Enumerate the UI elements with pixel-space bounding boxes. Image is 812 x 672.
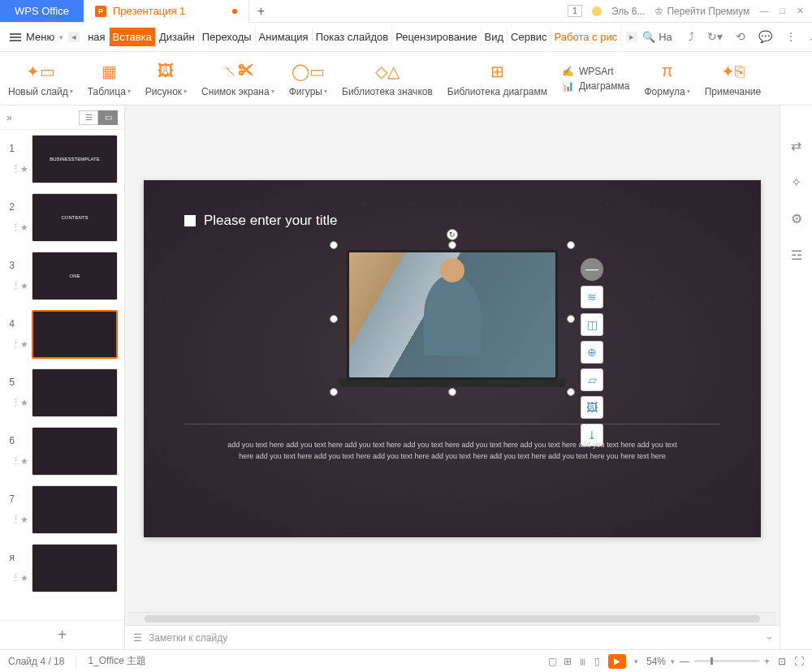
ribbon-tab-home[interactable]: ная [84, 28, 109, 46]
outline-view-button[interactable]: ☰ [79, 110, 98, 125]
thumbnail-row[interactable]: я⋮★ [5, 544, 119, 592]
crop-tool-button[interactable]: ◫ [581, 313, 603, 336]
slide-canvas[interactable]: Please enter your title ↻ [125, 106, 780, 612]
premium-button[interactable]: ♔ Перейти Премиум [654, 6, 749, 17]
screenshot-button[interactable]: ⟍✂ Снимок экрана▾ [201, 60, 274, 97]
document-tab[interactable]: P Презентация 1 [84, 0, 249, 23]
share-icon[interactable]: ⤴ [689, 30, 694, 45]
thumbnail-view-button[interactable]: ▭ [98, 110, 118, 125]
horizontal-scrollbar[interactable] [128, 612, 776, 625]
slide-counter: Слайд 4 / 18 [8, 656, 64, 667]
zoom-control[interactable]: 54% ▾ — + [646, 656, 770, 667]
add-slide-button[interactable]: + [0, 620, 124, 649]
remove-tool-button[interactable]: — [581, 258, 603, 281]
note-button[interactable]: ✦⎘ Примечание [705, 60, 761, 97]
fullscreen-button[interactable]: ⛶ [794, 656, 804, 667]
ribbon-tab-transitions[interactable]: Переходы [199, 28, 256, 46]
chart-button[interactable]: 📊Диаграмма [562, 80, 629, 92]
ribbon-tab-review[interactable]: Рецензирование [392, 28, 481, 46]
icon-library-button[interactable]: ◇△ Библиотека значков [342, 60, 433, 97]
history-icon[interactable]: ⟲ [736, 30, 745, 45]
properties-icon[interactable]: ☲ [791, 248, 802, 263]
handle-s[interactable] [448, 388, 456, 396]
diagram-library-button[interactable]: ⊞ Библиотека диаграмм [447, 60, 547, 97]
formula-button[interactable]: π Формула▾ [644, 60, 689, 97]
thumbnail-row[interactable]: 5⋮★ [5, 368, 119, 417]
comment-icon[interactable]: 💬 [758, 30, 772, 45]
shapes-button[interactable]: ◯▭ Фигуры▾ [289, 60, 327, 97]
handle-se[interactable] [567, 388, 575, 396]
presentation-icon: P [95, 6, 106, 17]
picture-button[interactable]: 🖼 Рисунок▾ [145, 60, 187, 97]
new-slide-button[interactable]: ✦▭ Новый слайд▾ [8, 60, 73, 97]
notes-view-icon[interactable]: ▯ [594, 656, 600, 667]
close-button[interactable]: ✕ [797, 6, 804, 16]
layers-tool-button[interactable]: ≋ [581, 286, 603, 308]
slide-body-text[interactable]: add you text here add you text here add … [225, 440, 680, 462]
chart-icon: 📊 [562, 80, 574, 92]
minimize-button[interactable]: — [759, 6, 768, 16]
zoom-in-button[interactable]: + [764, 656, 770, 667]
search-button[interactable]: 🔍 На [642, 31, 672, 43]
fit-window-button[interactable]: ⊡ [778, 656, 786, 667]
thumbnail-row[interactable]: 6⋮★ [5, 427, 119, 476]
zoom-tool-button[interactable]: ⊕ [581, 341, 603, 364]
sorter-view-icon[interactable]: ⊞ [564, 656, 572, 667]
selected-image[interactable]: ↻ — ≋ [339, 250, 566, 387]
new-tab-button[interactable]: + [249, 4, 272, 19]
tabs-scroll-right[interactable]: ▸ [626, 32, 637, 42]
ribbon-tab-insert[interactable]: Вставка [110, 28, 156, 46]
handle-w[interactable] [330, 315, 338, 323]
slide-thumbnails: 1⋮★BUSINESSTEMPLATE2⋮★CONTENTS3⋮★ONE4⋮★5… [0, 130, 124, 620]
zoom-slider[interactable] [694, 660, 759, 662]
thumbnail-row[interactable]: 2⋮★CONTENTS [5, 193, 119, 242]
normal-view-icon[interactable]: ▢ [548, 656, 557, 667]
thumbnail-row[interactable]: 1⋮★BUSINESSTEMPLATE [5, 135, 119, 183]
ribbon-tab-slideshow[interactable]: Показ слайдов [313, 28, 393, 46]
thumbnail-row[interactable]: 3⋮★ONE [5, 252, 119, 300]
export-icon[interactable]: ↻▾ [707, 30, 723, 45]
notes-expand-button[interactable]: › [764, 636, 775, 640]
menu-button[interactable]: Меню ▾ [10, 31, 63, 43]
handle-n[interactable] [448, 241, 456, 249]
ribbon-tab-tools[interactable]: Сервис [508, 28, 551, 46]
theme-name[interactable]: 1_Office 主題 [88, 654, 146, 668]
maximize-button[interactable]: □ [780, 6, 785, 16]
note-icon: ✦⎘ [721, 60, 745, 83]
handle-nw[interactable] [330, 241, 338, 249]
rotate-handle[interactable]: ↻ [447, 229, 458, 240]
zoom-out-button[interactable]: — [680, 656, 689, 667]
new-slide-icon: ✦▭ [26, 60, 55, 83]
current-slide[interactable]: Please enter your title ↻ [144, 180, 761, 537]
ribbon-tab-view[interactable]: Вид [482, 28, 508, 46]
ribbon-insert: ✦▭ Новый слайд▾ ▦ Таблица▾ 🖼 Рисунок▾ ⟍✂… [0, 52, 812, 106]
ribbon-tab-design[interactable]: Дизайн [156, 28, 199, 46]
ribbon-tab-picture-tools[interactable]: Работа с рис [551, 28, 622, 46]
thumbnail-row[interactable]: 7⋮★ [5, 485, 119, 534]
ribbon-tab-animation[interactable]: Анимация [256, 28, 313, 46]
swap-pane-icon[interactable]: ⇄ [791, 138, 801, 153]
tabs-scroll-left[interactable]: ◂ [68, 32, 80, 42]
wpsart-icon: ✍ [562, 66, 574, 77]
replace-image-button[interactable]: 🖼 [581, 396, 603, 419]
sun-icon[interactable] [592, 6, 602, 16]
wpsart-button[interactable]: ✍WPSArt [562, 66, 629, 77]
handle-ne[interactable] [567, 241, 575, 249]
user-label: Эль 6... [611, 6, 646, 17]
diagram-library-icon: ⊞ [490, 60, 504, 83]
settings-sliders-icon[interactable]: ⚙ [791, 211, 802, 226]
magic-icon[interactable]: ✧ [791, 174, 801, 190]
panel-collapse-button[interactable]: » [6, 112, 12, 123]
formula-icon: π [662, 60, 673, 83]
play-slideshow-button[interactable]: ▶ [608, 654, 626, 669]
more-icon[interactable]: ⋮ [785, 30, 797, 45]
handle-sw[interactable] [330, 388, 338, 396]
reading-view-icon[interactable]: ⫼ [578, 656, 588, 667]
zoom-level: 54% [646, 656, 666, 667]
slide-title[interactable]: Please enter your title [184, 213, 337, 229]
notes-pane[interactable]: ☰ Заметки к слайду › [125, 625, 780, 649]
table-button[interactable]: ▦ Таблица▾ [88, 60, 131, 97]
rect-tool-button[interactable]: ▱ [581, 368, 603, 391]
handle-e[interactable] [567, 315, 575, 323]
thumbnail-row[interactable]: 4⋮★ [5, 310, 119, 359]
